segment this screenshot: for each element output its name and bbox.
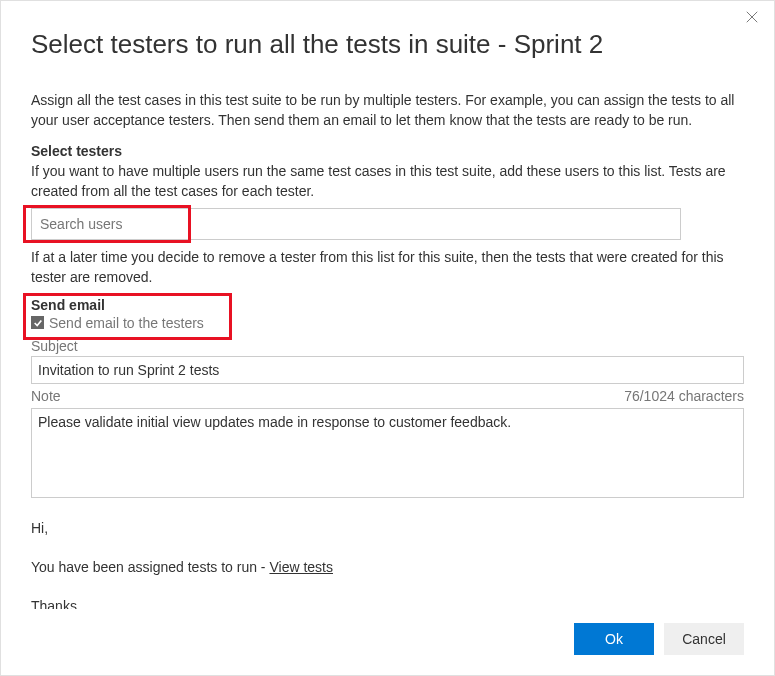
- button-row: Ok Cancel: [31, 609, 744, 675]
- preview-greeting: Hi,: [31, 518, 744, 539]
- preview-line1: You have been assigned tests to run - Vi…: [31, 557, 744, 578]
- cancel-button[interactable]: Cancel: [664, 623, 744, 655]
- send-email-checkbox[interactable]: [31, 316, 44, 329]
- select-testers-description: If you want to have multiple users run t…: [31, 161, 744, 202]
- ok-button[interactable]: Ok: [574, 623, 654, 655]
- subject-input[interactable]: [31, 356, 744, 384]
- send-email-checkbox-label: Send email to the testers: [49, 315, 204, 331]
- select-testers-header: Select testers: [31, 143, 744, 159]
- send-email-section: Send email Send email to the testers: [31, 297, 744, 338]
- search-wrapper: [31, 208, 744, 240]
- view-tests-link[interactable]: View tests: [269, 559, 333, 575]
- preview-thanks: Thanks: [31, 596, 744, 609]
- send-email-checkbox-row: Send email to the testers: [31, 315, 744, 331]
- checkmark-icon: [33, 318, 43, 328]
- email-preview: Hi, You have been assigned tests to run …: [31, 518, 744, 609]
- preview-line1-prefix: You have been assigned tests to run -: [31, 559, 269, 575]
- select-testers-dialog: Select testers to run all the tests in s…: [1, 1, 774, 675]
- close-button[interactable]: [745, 10, 759, 27]
- dialog-intro: Assign all the test cases in this test s…: [31, 90, 744, 131]
- removal-note: If at a later time you decide to remove …: [31, 247, 744, 288]
- search-users-input[interactable]: [31, 208, 681, 240]
- char-count: 76/1024 characters: [624, 388, 744, 404]
- note-label-row: Note 76/1024 characters: [31, 388, 744, 406]
- close-icon: [745, 10, 759, 27]
- note-label: Note: [31, 388, 61, 404]
- note-textarea[interactable]: [31, 408, 744, 498]
- send-email-header: Send email: [31, 297, 744, 313]
- dialog-title: Select testers to run all the tests in s…: [31, 29, 744, 60]
- subject-label: Subject: [31, 338, 744, 354]
